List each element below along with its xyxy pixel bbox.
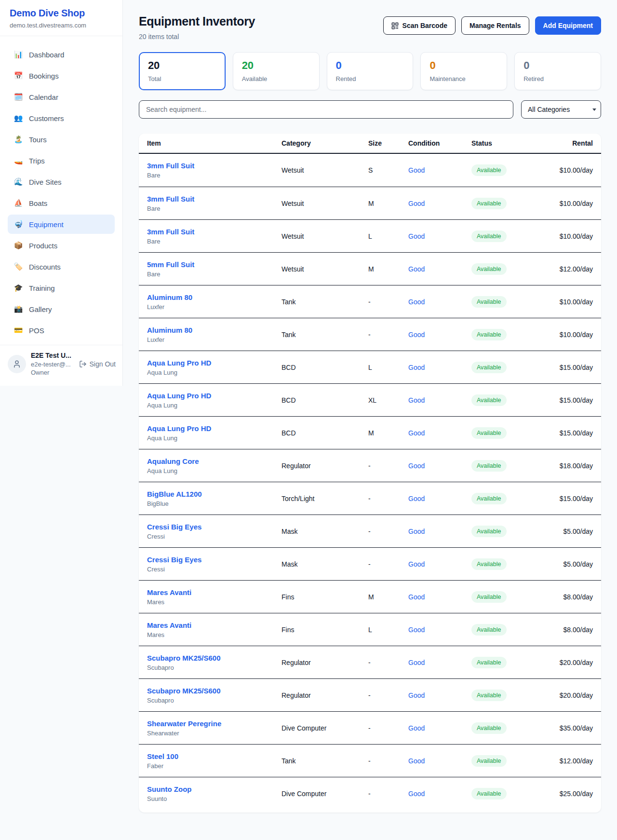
item-name-link[interactable]: Aqua Lung Pro HD	[147, 392, 282, 400]
table-row[interactable]: Scubapro MK25/S600ScubaproRegulator-Good…	[139, 646, 601, 678]
item-condition-link[interactable]: Good	[408, 560, 471, 568]
sign-out-label: Sign Out	[90, 360, 116, 368]
table-row[interactable]: Aluminum 80LuxferTank-GoodAvailable$10.0…	[139, 285, 601, 318]
item-condition-link[interactable]: Good	[408, 724, 471, 732]
item-name-link[interactable]: BigBlue AL1200	[147, 490, 282, 498]
table-row[interactable]: Suunto ZoopSuuntoDive Computer-GoodAvail…	[139, 777, 601, 810]
table-row[interactable]: Aluminum 80LuxferTank-GoodAvailable$10.0…	[139, 318, 601, 351]
dashboard-icon: 📊	[13, 50, 23, 59]
item-name-link[interactable]: Scubapro MK25/S600	[147, 687, 282, 695]
table-row[interactable]: Aqua Lung Pro HDAqua LungBCDMGoodAvailab…	[139, 416, 601, 449]
item-condition-link[interactable]: Good	[408, 691, 471, 699]
search-input[interactable]	[139, 100, 513, 119]
item-name-link[interactable]: Shearwater Peregrine	[147, 719, 282, 728]
item-condition-link[interactable]: Good	[408, 298, 471, 306]
item-name-link[interactable]: Cressi Big Eyes	[147, 523, 282, 531]
table-row[interactable]: 3mm Full SuitBareWetsuitLGoodAvailable$1…	[139, 219, 601, 252]
table-row[interactable]: Mares AvantiMaresFinsLGoodAvailable$8.00…	[139, 613, 601, 646]
table-row[interactable]: Aqualung CoreAqua LungRegulator-GoodAvai…	[139, 449, 601, 482]
item-name-link[interactable]: 3mm Full Suit	[147, 228, 282, 236]
sidebar-item-discounts[interactable]: 🏷️Discounts	[8, 257, 115, 276]
item-name-link[interactable]: Aqua Lung Pro HD	[147, 359, 282, 367]
table-row[interactable]: Shearwater PeregrineShearwaterDive Compu…	[139, 711, 601, 744]
item-name-link[interactable]: Aqualung Core	[147, 457, 282, 465]
table-row[interactable]: Aqua Lung Pro HDAqua LungBCDLGoodAvailab…	[139, 351, 601, 383]
sidebar-item-equipment[interactable]: 🤿Equipment	[8, 215, 115, 234]
sidebar-item-calendar[interactable]: 🗓️Calendar	[8, 87, 115, 107]
table-row[interactable]: 3mm Full SuitBareWetsuitMGoodAvailable$1…	[139, 187, 601, 219]
table-row[interactable]: Aqua Lung Pro HDAqua LungBCDXLGoodAvaila…	[139, 383, 601, 416]
scan-barcode-button[interactable]: Scan Barcode	[383, 16, 456, 35]
item-name-link[interactable]: Mares Avanti	[147, 621, 282, 629]
item-condition-link[interactable]: Good	[408, 265, 471, 273]
sidebar-item-dashboard[interactable]: 📊Dashboard	[8, 45, 115, 64]
page-title-block: Equipment Inventory 20 items total	[139, 14, 255, 41]
item-condition-link[interactable]: Good	[408, 166, 471, 174]
sidebar-item-products[interactable]: 📦Products	[8, 236, 115, 255]
item-name-link[interactable]: Aluminum 80	[147, 326, 282, 334]
manage-rentals-button[interactable]: Manage Rentals	[461, 16, 529, 35]
item-cell: BigBlue AL1200BigBlue	[147, 490, 282, 507]
item-name-link[interactable]: Aluminum 80	[147, 293, 282, 301]
table-row[interactable]: Mares AvantiMaresFinsMGoodAvailable$8.00…	[139, 580, 601, 613]
add-equipment-button[interactable]: Add Equipment	[535, 16, 601, 35]
item-condition-link[interactable]: Good	[408, 364, 471, 371]
item-name-link[interactable]: Steel 100	[147, 752, 282, 760]
item-rental: $8.00/day	[544, 626, 593, 634]
sidebar-item-training[interactable]: 🎓Training	[8, 278, 115, 298]
sidebar-item-trips[interactable]: 🚤Trips	[8, 151, 115, 170]
item-category: Dive Computer	[282, 790, 368, 798]
item-condition-link[interactable]: Good	[408, 331, 471, 339]
status-badge: Available	[471, 690, 507, 701]
item-condition-link[interactable]: Good	[408, 659, 471, 666]
item-condition-link[interactable]: Good	[408, 495, 471, 502]
item-category: BCD	[282, 429, 368, 437]
sidebar-item-pos[interactable]: 💳POS	[8, 321, 115, 340]
stat-card-total[interactable]: 20Total	[139, 52, 226, 90]
table-row[interactable]: 3mm Full SuitBareWetsuitSGoodAvailable$1…	[139, 154, 601, 187]
item-size: -	[368, 298, 408, 306]
sidebar-item-gallery[interactable]: 📸Gallery	[8, 299, 115, 319]
stat-card-retired[interactable]: 0Retired	[514, 52, 601, 90]
table-row[interactable]: BigBlue AL1200BigBlueTorch/Light-GoodAva…	[139, 482, 601, 515]
status-badge: Available	[471, 755, 507, 767]
item-size: -	[368, 659, 408, 666]
item-condition-link[interactable]: Good	[408, 232, 471, 240]
item-name-link[interactable]: 5mm Full Suit	[147, 260, 282, 269]
table-row[interactable]: Cressi Big EyesCressiMask-GoodAvailable$…	[139, 547, 601, 580]
table-row[interactable]: 5mm Full SuitBareWetsuitMGoodAvailable$1…	[139, 252, 601, 285]
item-condition-link[interactable]: Good	[408, 626, 471, 634]
table-row[interactable]: Cressi Big EyesCressiMask-GoodAvailable$…	[139, 515, 601, 547]
table-row[interactable]: Scubapro MK25/S600ScubaproRegulator-Good…	[139, 678, 601, 711]
shop-name-link[interactable]: Demo Dive Shop	[10, 8, 113, 19]
item-condition-link[interactable]: Good	[408, 396, 471, 404]
item-condition-link[interactable]: Good	[408, 200, 471, 207]
item-condition-link[interactable]: Good	[408, 593, 471, 601]
sidebar-item-customers[interactable]: 👥Customers	[8, 108, 115, 128]
item-category: Wetsuit	[282, 232, 368, 240]
category-select[interactable]: All Categories	[521, 100, 601, 119]
stat-card-available[interactable]: 20Available	[233, 52, 320, 90]
sidebar-item-boats[interactable]: ⛵Boats	[8, 193, 115, 213]
item-condition-link[interactable]: Good	[408, 462, 471, 470]
item-name-link[interactable]: Mares Avanti	[147, 588, 282, 596]
item-condition-link[interactable]: Good	[408, 528, 471, 535]
item-name-link[interactable]: Aqua Lung Pro HD	[147, 424, 282, 433]
sidebar-item-dive-sites[interactable]: 🌊Dive Sites	[8, 172, 115, 191]
item-condition-link[interactable]: Good	[408, 757, 471, 765]
stat-card-maintenance[interactable]: 0Maintenance	[420, 52, 507, 90]
item-condition-link[interactable]: Good	[408, 429, 471, 437]
item-name-link[interactable]: Scubapro MK25/S600	[147, 654, 282, 662]
item-condition-link[interactable]: Good	[408, 790, 471, 798]
stat-card-rented[interactable]: 0Rented	[327, 52, 414, 90]
item-name-link[interactable]: Suunto Zoop	[147, 785, 282, 793]
sidebar-item-bookings[interactable]: 📅Bookings	[8, 66, 115, 85]
sign-out-button[interactable]: Sign Out	[79, 360, 116, 368]
table-row[interactable]: Steel 100FaberTank-GoodAvailable$12.00/d…	[139, 744, 601, 777]
sidebar-item-tours[interactable]: 🏝️Tours	[8, 130, 115, 149]
trips-icon: 🚤	[13, 156, 23, 165]
item-name-link[interactable]: 3mm Full Suit	[147, 195, 282, 203]
sidebar: Demo Dive Shop demo.test.divestreams.com…	[0, 0, 123, 386]
item-name-link[interactable]: 3mm Full Suit	[147, 162, 282, 170]
item-name-link[interactable]: Cressi Big Eyes	[147, 555, 282, 564]
